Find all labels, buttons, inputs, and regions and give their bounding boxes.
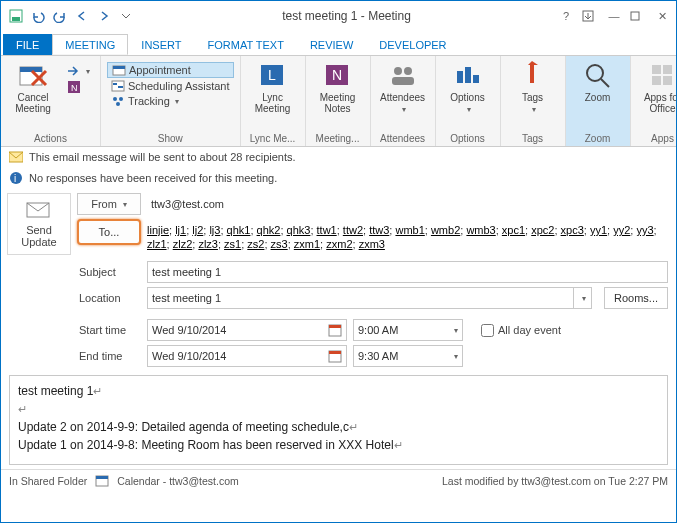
group-actions: Cancel Meeting ▾ N Actions <box>1 56 101 146</box>
tab-file[interactable]: FILE <box>3 34 52 55</box>
window-controls: ? — ✕ <box>558 10 670 23</box>
cancel-meeting-icon <box>18 60 48 90</box>
svg-text:N: N <box>71 83 78 93</box>
tab-review[interactable]: REVIEW <box>297 34 366 55</box>
svg-rect-42 <box>96 476 108 479</box>
qat-redo-icon[interactable] <box>51 7 69 25</box>
tags-button[interactable]: Tags▾ <box>507 58 559 117</box>
subject-input[interactable] <box>147 261 668 283</box>
svg-rect-22 <box>392 77 414 85</box>
svg-rect-30 <box>663 65 672 74</box>
end-row: End time Wed 9/10/2014 9:30 AM▾ <box>7 345 668 367</box>
svg-rect-26 <box>530 65 534 83</box>
rooms-button[interactable]: Rooms... <box>604 287 668 309</box>
calendar-icon[interactable] <box>328 349 342 363</box>
all-day-checkbox[interactable]: All day event <box>481 324 561 337</box>
start-row: Start time Wed 9/10/2014 9:00 AM▾ All da… <box>7 319 668 341</box>
svg-rect-12 <box>118 86 123 88</box>
start-time-input[interactable]: 9:00 AM▾ <box>353 319 463 341</box>
group-attendees: Attendees▾ Attendees <box>371 56 436 146</box>
qat-next-icon[interactable] <box>95 7 113 25</box>
body-empty-line: ↵ <box>18 400 659 418</box>
location-row: Location ▾ Rooms... <box>7 287 668 309</box>
forward-button[interactable]: ▾ <box>63 64 94 78</box>
qat-prev-icon[interactable] <box>73 7 91 25</box>
qat-customize-icon[interactable] <box>117 7 135 25</box>
scheduling-assistant-button[interactable]: Scheduling Assistant <box>107 79 234 93</box>
location-dropdown[interactable]: ▾ <box>574 287 592 309</box>
end-time-input[interactable]: 9:30 AM▾ <box>353 345 463 367</box>
close-icon[interactable]: ✕ <box>654 10 670 23</box>
calendar-icon[interactable] <box>328 323 342 337</box>
svg-rect-25 <box>473 75 479 83</box>
tab-developer[interactable]: DEVELOPER <box>366 34 459 55</box>
svg-rect-23 <box>457 71 463 83</box>
svg-rect-11 <box>113 83 117 85</box>
status-modified: Last modified by ttw3@test.com on Tue 2:… <box>442 475 668 487</box>
start-label: Start time <box>77 324 141 336</box>
info-recipients: This email message will be sent to about… <box>1 147 676 167</box>
svg-rect-32 <box>663 76 672 85</box>
ribbon-options-icon[interactable] <box>582 10 598 22</box>
onenote-small-button[interactable]: N <box>63 79 94 95</box>
help-icon[interactable]: ? <box>558 10 574 22</box>
lync-meeting-button[interactable]: L Lync Meeting <box>247 58 299 116</box>
group-show: Appointment Scheduling Assistant Trackin… <box>101 56 241 146</box>
svg-rect-9 <box>113 66 125 69</box>
group-apps-label: Apps <box>637 132 677 146</box>
status-calendar: Calendar - ttw3@test.com <box>117 475 239 487</box>
options-button[interactable]: Options▾ <box>442 58 494 117</box>
minimize-icon[interactable]: — <box>606 10 622 22</box>
svg-point-13 <box>113 97 117 101</box>
svg-text:N: N <box>332 67 342 83</box>
group-notes: N Meeting Notes Meeting... <box>306 56 371 146</box>
compose-area: Send Update From▾ ttw3@test.com To... li… <box>1 189 676 369</box>
zoom-icon <box>583 60 613 90</box>
start-date-input[interactable]: Wed 9/10/2014 <box>147 319 347 341</box>
group-tags: Tags▾ Tags <box>501 56 566 146</box>
apps-for-office-button[interactable]: Apps for Office <box>637 58 677 116</box>
window-title: test meeting 1 - Meeting <box>135 9 558 23</box>
mail-info-icon <box>9 151 23 163</box>
message-body[interactable]: test meeting 1↵ ↵ Update 2 on 2014-9-9: … <box>9 375 668 465</box>
to-button[interactable]: To... <box>77 219 141 245</box>
qat-save-icon[interactable] <box>7 7 25 25</box>
tab-insert[interactable]: INSERT <box>128 34 194 55</box>
quick-access-toolbar <box>7 7 135 25</box>
svg-point-21 <box>404 67 412 75</box>
from-row: From▾ ttw3@test.com <box>77 193 668 215</box>
svg-rect-31 <box>652 76 661 85</box>
end-date-input[interactable]: Wed 9/10/2014 <box>147 345 347 367</box>
options-icon <box>453 60 483 90</box>
attendees-button[interactable]: Attendees▾ <box>377 58 429 117</box>
group-show-label: Show <box>107 132 234 146</box>
to-recipients[interactable]: linjie; lj1; lj2; lj3; qhk1; qhk2; qhk3;… <box>147 219 668 255</box>
send-icon <box>25 200 53 220</box>
qat-undo-icon[interactable] <box>29 7 47 25</box>
location-input[interactable] <box>147 287 574 309</box>
svg-rect-29 <box>652 65 661 74</box>
cancel-meeting-label: Cancel Meeting <box>9 92 57 114</box>
svg-point-27 <box>587 65 603 81</box>
ribbon-tabs: FILE MEETING INSERT FORMAT TEXT REVIEW D… <box>1 31 676 55</box>
tags-icon <box>518 60 548 90</box>
tab-format-text[interactable]: FORMAT TEXT <box>195 34 297 55</box>
body-line-2: Update 2 on 2014-9-9: Detailed agenda of… <box>18 418 659 436</box>
from-button[interactable]: From▾ <box>77 193 141 215</box>
end-label: End time <box>77 350 141 362</box>
titlebar: test meeting 1 - Meeting ? — ✕ <box>1 1 676 31</box>
svg-rect-3 <box>631 12 639 20</box>
onenote-icon: N <box>323 60 353 90</box>
zoom-button[interactable]: Zoom <box>572 58 624 105</box>
group-options-label: Options <box>442 132 494 146</box>
send-update-button[interactable]: Send Update <box>7 193 71 255</box>
meeting-notes-button[interactable]: N Meeting Notes <box>312 58 364 116</box>
status-calendar-icon <box>95 475 109 487</box>
tab-meeting[interactable]: MEETING <box>52 34 128 55</box>
svg-text:L: L <box>268 67 276 83</box>
appointment-button[interactable]: Appointment <box>107 62 234 78</box>
maximize-icon[interactable] <box>630 11 646 21</box>
tracking-button[interactable]: Tracking▾ <box>107 94 234 108</box>
group-actions-label: Actions <box>7 132 94 146</box>
cancel-meeting-button[interactable]: Cancel Meeting <box>7 58 59 116</box>
